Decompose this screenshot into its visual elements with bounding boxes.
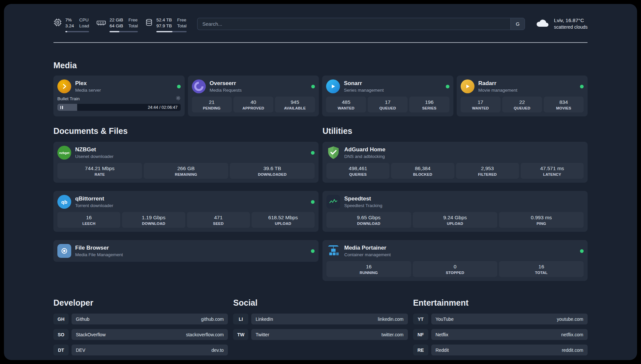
bookmark-name: LinkedIn <box>256 317 273 322</box>
card-sonarr[interactable]: Sonarr Series management 485 WANTED 17 Q… <box>322 76 453 116</box>
bookmark-github[interactable]: GH Github github.com <box>53 314 228 324</box>
stat-label: FILTERED <box>457 172 518 176</box>
stat-label: RUNNING <box>328 271 410 275</box>
playback-time: 24:44 / 02:06:47 <box>148 105 177 110</box>
stat-label: PENDING <box>193 106 230 110</box>
search-input[interactable] <box>197 18 510 30</box>
cloud-icon <box>535 18 550 30</box>
bookmark-domain: stackoverflow.com <box>186 332 224 337</box>
status-dot <box>177 85 181 88</box>
ram-free: 22 GiB <box>109 17 123 23</box>
section-title-documents: Documents & Files <box>53 126 319 136</box>
card-title: File Browser <box>75 245 123 251</box>
card-overseerr[interactable]: Overseerr Media Requests 21 PENDING 40 A… <box>188 76 319 116</box>
gear-icon[interactable] <box>176 96 181 102</box>
card-title: Sonarr <box>344 80 384 87</box>
bookmark-domain: dev.to <box>211 348 224 353</box>
bookmarks-social: Social LI LinkedIn linkedin.com TW Twitt… <box>233 298 408 360</box>
stat-value: 21 <box>193 99 230 105</box>
card-title: AdGuard Home <box>344 146 385 153</box>
utilities-column: Utilities AdGuard Home DNS and adblockin… <box>322 126 588 281</box>
stat-value: 744.21 Mbps <box>59 166 141 171</box>
card-filebrowser[interactable]: File Browser Media File Management <box>53 240 319 262</box>
stat-value: 17 <box>369 99 406 105</box>
bookmark-dev[interactable]: DT DEV dev.to <box>53 345 228 355</box>
stat-tile: 266 GB REMAINING <box>144 163 229 179</box>
card-adguard[interactable]: AdGuard Home DNS and adblocking 498,461 … <box>322 142 588 183</box>
stat-tile: 9.24 Gbps UPLOAD <box>413 212 498 228</box>
bookmark-domain: linkedin.com <box>378 317 404 322</box>
stat-tile: 16 LEECH <box>57 212 120 228</box>
stat-value: 471 <box>188 215 249 221</box>
bookmark-domain: youtube.com <box>557 317 583 322</box>
radarr-icon <box>461 79 474 93</box>
ram-progress-bar <box>109 31 138 32</box>
card-portainer[interactable]: Media Portainer Container management 16 … <box>322 240 588 281</box>
ram-total-label: Total <box>129 23 138 29</box>
bookmark-stackoverflow[interactable]: SO StackOverflow stackoverflow.com <box>53 329 228 340</box>
bookmark-twitter[interactable]: TW Twitter twitter.com <box>233 329 408 340</box>
stat-value: 618.52 Mbps <box>253 215 313 221</box>
sonarr-icon <box>326 79 340 93</box>
bookmark-abbr-badge: DT <box>53 345 69 355</box>
card-title: Overseerr <box>210 80 242 87</box>
bookmark-netflix[interactable]: NF Netflix netflix.com <box>413 329 588 340</box>
bookmark-domain: twitter.com <box>382 332 404 337</box>
section-title-social: Social <box>233 298 408 308</box>
stat-label: TOTAL <box>500 271 582 275</box>
stat-value: 1.19 Gbps <box>123 215 184 221</box>
stat-label: UPLOAD <box>414 222 496 226</box>
bookmark-abbr-badge: TW <box>233 329 248 340</box>
stat-label: LEECH <box>59 222 119 226</box>
bookmark-youtube[interactable]: YT YouTube youtube.com <box>413 314 588 324</box>
card-speedtest[interactable]: Speedtest Speedtest Tracking 9.65 Gbps D… <box>322 191 588 232</box>
status-dot <box>580 85 584 88</box>
stat-tile: 16 TOTAL <box>499 261 584 277</box>
stat-label: DOWNLOADED <box>231 172 313 176</box>
stat-tile: 17 WANTED <box>461 97 501 112</box>
stat-value: 22 <box>504 99 541 105</box>
stat-value: 9.65 Gbps <box>328 215 410 221</box>
card-qbittorrent[interactable]: qb qBittorrent Torrent downloader 16 LEE… <box>53 191 319 232</box>
disk-icon <box>145 18 153 32</box>
card-radarr[interactable]: Radarr Movie management 17 WANTED 22 QUE… <box>457 76 588 116</box>
bookmark-abbr-badge: SO <box>53 329 69 340</box>
search-provider-button[interactable]: G <box>510 18 525 30</box>
stat-label: WANTED <box>327 106 365 110</box>
disk-progress-bar <box>156 31 187 32</box>
stat-label: RATE <box>59 172 141 176</box>
stat-tile: 471 SEED <box>187 212 250 228</box>
cpu-percent: 7% <box>65 17 74 23</box>
bookmark-name: Twitter <box>256 332 269 337</box>
stat-label: SEED <box>188 222 249 226</box>
stat-value: 47.571 ms <box>522 166 582 171</box>
stat-label: UPLOAD <box>253 222 313 226</box>
cpu-icon <box>53 18 62 32</box>
stat-label: QUERIES <box>328 172 388 176</box>
card-title: NZBGet <box>75 146 113 153</box>
card-nzbget[interactable]: nzbget NZBGet Usenet downloader 744.21 M… <box>53 142 319 183</box>
status-dot <box>311 151 315 155</box>
documents-column: Documents & Files nzbget NZBGet Usenet d… <box>53 126 319 281</box>
cpu-progress-bar <box>65 31 89 32</box>
stat-value: 40 <box>235 99 272 105</box>
card-title: qBittorrent <box>75 196 113 202</box>
stat-tile: 17 QUEUED <box>368 97 408 112</box>
stat-tile: 485 WANTED <box>326 97 366 112</box>
playback-progress-bar[interactable]: 24:44 / 02:06:47 <box>57 104 181 111</box>
disk-total: 97.9 TB <box>156 23 172 29</box>
stat-tile: 9.65 Gbps DOWNLOAD <box>326 212 411 228</box>
card-subtitle: Series management <box>344 88 384 93</box>
stat-label: AVAILABLE <box>276 106 314 110</box>
stat-value: 0 <box>414 264 496 270</box>
bookmark-reddit[interactable]: RE Reddit reddit.com <box>413 345 588 355</box>
pause-icon[interactable] <box>60 106 63 109</box>
bookmark-name: DEV <box>76 348 85 353</box>
card-plex[interactable]: Plex Media server Bullet Train 24:44 / 0… <box>53 76 185 116</box>
status-dot <box>311 200 315 204</box>
bookmark-linkedin[interactable]: LI LinkedIn linkedin.com <box>233 314 408 324</box>
bookmark-abbr-badge: GH <box>53 314 69 324</box>
filebrowser-icon <box>57 244 71 258</box>
section-title-developer: Developer <box>53 298 228 308</box>
stat-tile: 0 STOPPED <box>413 261 498 277</box>
